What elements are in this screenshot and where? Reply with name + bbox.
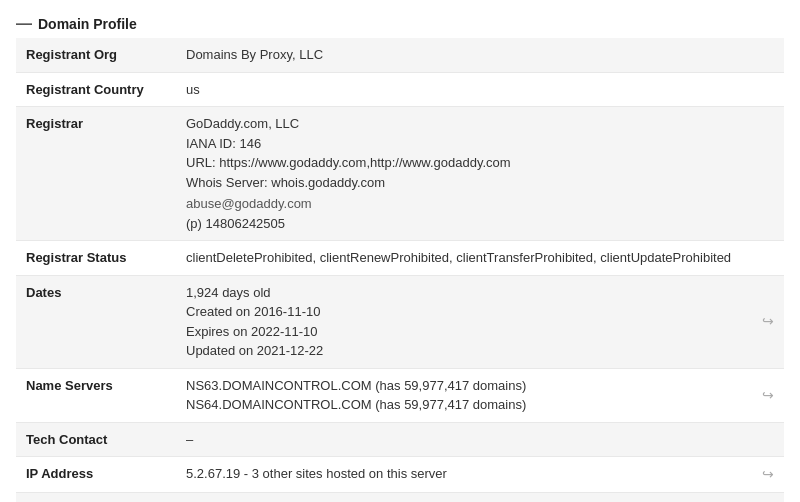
value-tech-contact: – <box>176 422 752 457</box>
registrar-phone: (p) 14806242505 <box>186 214 742 234</box>
action-registrant-country <box>752 72 784 107</box>
value-line: NS63.DOMAINCONTROL.COM (has 59,977,417 d… <box>186 376 742 396</box>
arrow-icon[interactable]: ↪ <box>762 313 774 329</box>
action-registrant-org <box>752 38 784 72</box>
value-ip-address: 5.2.67.19 - 3 other sites hosted on this… <box>176 457 752 493</box>
value-registrar-status: clientDeleteProhibited, clientRenewProhi… <box>176 241 752 276</box>
action-ip-address[interactable]: ↪ <box>752 457 784 493</box>
table-row: Name ServersNS63.DOMAINCONTROL.COM (has … <box>16 368 784 422</box>
action-registrar <box>752 107 784 241</box>
value-ip-location: - Noord-brabant - Tilburg <box>176 493 752 503</box>
section-header: — Domain Profile <box>16 8 784 38</box>
domain-profile-container: — Domain Profile Registrant OrgDomains B… <box>0 0 800 502</box>
registrar-line: GoDaddy.com, LLC <box>186 114 742 134</box>
label-ip-address: IP Address <box>16 457 176 493</box>
table-row: IP Address5.2.67.19 - 3 other sites host… <box>16 457 784 493</box>
value-registrant-org: Domains By Proxy, LLC <box>176 38 752 72</box>
label-dates: Dates <box>16 275 176 368</box>
label-tech-contact: Tech Contact <box>16 422 176 457</box>
action-name-servers[interactable]: ↪ <box>752 368 784 422</box>
section-title: Domain Profile <box>38 16 137 32</box>
label-registrar-status: Registrar Status <box>16 241 176 276</box>
label-name-servers: Name Servers <box>16 368 176 422</box>
value-dates: 1,924 days oldCreated on 2016-11-10Expir… <box>176 275 752 368</box>
value-name-servers: NS63.DOMAINCONTROL.COM (has 59,977,417 d… <box>176 368 752 422</box>
value-registrant-country: us <box>176 72 752 107</box>
collapse-icon[interactable]: — <box>16 16 32 32</box>
value-line: Created on 2016-11-10 <box>186 302 742 322</box>
table-row: Registrant Countryus <box>16 72 784 107</box>
arrow-icon[interactable]: ↪ <box>762 387 774 403</box>
label-registrant-org: Registrant Org <box>16 38 176 72</box>
table-row: IP Location- Noord-brabant - Tilburg <box>16 493 784 503</box>
label-registrar: Registrar <box>16 107 176 241</box>
arrow-icon[interactable]: ↪ <box>762 466 774 482</box>
value-line: Expires on 2022-11-10 <box>186 322 742 342</box>
table-row: Dates1,924 days oldCreated on 2016-11-10… <box>16 275 784 368</box>
domain-profile-table: Registrant OrgDomains By Proxy, LLCRegis… <box>16 38 784 502</box>
registrar-line: URL: https://www.godaddy.com,http://www.… <box>186 153 742 173</box>
email-link[interactable]: abuse@godaddy.com <box>186 196 312 211</box>
action-dates[interactable]: ↪ <box>752 275 784 368</box>
table-row: Tech Contact– <box>16 422 784 457</box>
label-ip-location: IP Location <box>16 493 176 503</box>
label-registrant-country: Registrant Country <box>16 72 176 107</box>
registrar-line: Whois Server: whois.godaddy.com <box>186 173 742 193</box>
action-ip-location <box>752 493 784 503</box>
table-row: Registrant OrgDomains By Proxy, LLC <box>16 38 784 72</box>
value-registrar: GoDaddy.com, LLCIANA ID: 146URL: https:/… <box>176 107 752 241</box>
registrar-line: IANA ID: 146 <box>186 134 742 154</box>
table-row: RegistrarGoDaddy.com, LLCIANA ID: 146URL… <box>16 107 784 241</box>
action-registrar-status <box>752 241 784 276</box>
action-tech-contact <box>752 422 784 457</box>
value-line: 1,924 days old <box>186 283 742 303</box>
value-line: Updated on 2021-12-22 <box>186 341 742 361</box>
table-row: Registrar StatusclientDeleteProhibited, … <box>16 241 784 276</box>
value-line: NS64.DOMAINCONTROL.COM (has 59,977,417 d… <box>186 395 742 415</box>
registrar-email: abuse@godaddy.com <box>186 194 742 214</box>
